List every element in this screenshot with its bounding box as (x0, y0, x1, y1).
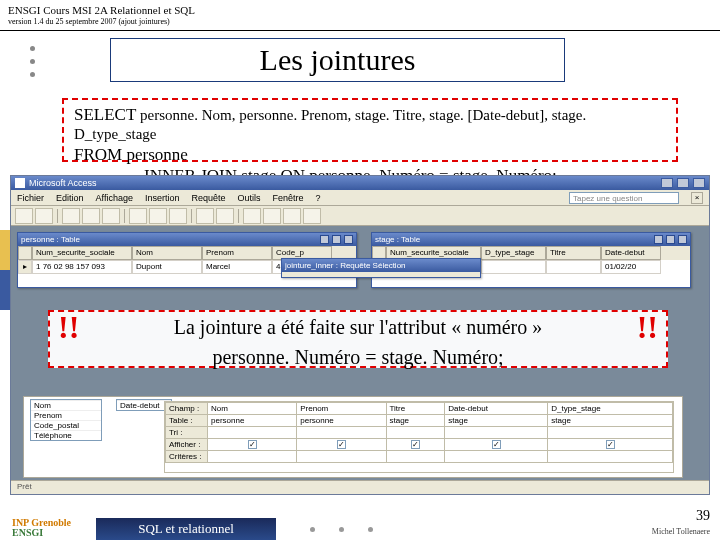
main-title: Les jointures (260, 43, 416, 77)
menu-affichage[interactable]: Affichage (96, 193, 133, 203)
child-min-icon[interactable] (654, 235, 663, 244)
col-header[interactable]: Nom (132, 246, 202, 260)
cell: 1 76 02 98 157 093 (32, 260, 132, 274)
child-max-icon[interactable] (666, 235, 675, 244)
version-line: version 1.4 du 25 septembre 2007 (ajout … (8, 17, 712, 26)
mdi-close-icon[interactable]: × (691, 192, 703, 204)
access-app-icon (15, 178, 25, 188)
cell: Dupont (132, 260, 202, 274)
menu-fenetre[interactable]: Fenêtre (273, 193, 304, 203)
field: Code_postal (31, 420, 101, 430)
toolbar-button[interactable] (169, 208, 187, 224)
main-title-box: Les jointures (110, 38, 565, 82)
toolbar-button[interactable] (283, 208, 301, 224)
col-header[interactable]: Num_securite_sociale (32, 246, 132, 260)
toolbar-button[interactable] (15, 208, 33, 224)
sql-select-cols: personne. Nom, personne. Prenom, stage. … (74, 107, 586, 142)
stage-window-title: stage : Table (375, 235, 420, 244)
footer-bullets (310, 527, 373, 532)
slide-header: ENSGI Cours MSI 2A Relationnel et SQL ve… (0, 0, 720, 31)
col-header[interactable]: D_type_stage (481, 246, 546, 260)
qbe-row-label: Afficher : (166, 439, 208, 451)
query-window-title: jointure_inner : Requête Sélection (285, 261, 406, 270)
show-checkbox[interactable]: ✓ (337, 440, 346, 449)
logo-area: INP Grenoble ENSGI (12, 518, 71, 538)
close-button[interactable] (693, 178, 705, 188)
design-table-box[interactable]: Nom Prenom Code_postal Téléphone (30, 399, 102, 441)
toolbar-button[interactable] (35, 208, 53, 224)
cell (481, 260, 546, 274)
menu-requete[interactable]: Requête (191, 193, 225, 203)
show-checkbox[interactable]: ✓ (492, 440, 501, 449)
toolbar-button[interactable] (62, 208, 80, 224)
toolbar-button[interactable] (102, 208, 120, 224)
show-checkbox[interactable]: ✓ (606, 440, 615, 449)
field: Nom (31, 400, 101, 410)
slide-footer: INP Grenoble ENSGI SQL et relationnel 39… (0, 506, 720, 540)
qbe-cell[interactable]: Prenom (297, 403, 386, 415)
access-toolbar (11, 206, 709, 226)
qbe-grid: Champ : Nom Prenom Titre Date-debut D_ty… (164, 401, 674, 473)
col-header[interactable]: Prenom (202, 246, 272, 260)
show-checkbox[interactable]: ✓ (248, 440, 257, 449)
col-header[interactable]: Titre (546, 246, 601, 260)
qbe-cell[interactable]: Titre (386, 403, 445, 415)
child-close-icon[interactable] (678, 235, 687, 244)
toolbar-button[interactable] (243, 208, 261, 224)
sql-query-box: SELECT personne. Nom, personne. Prenom, … (62, 98, 678, 162)
menu-edition[interactable]: Edition (56, 193, 84, 203)
menu-outils[interactable]: Outils (237, 193, 260, 203)
child-max-icon[interactable] (332, 235, 341, 244)
qbe-cell[interactable]: Date-debut (445, 403, 548, 415)
qbe-row-label: Tri : (166, 427, 208, 439)
menu-help[interactable]: ? (316, 193, 321, 203)
author-name: Michel Tollenaere (652, 527, 710, 536)
sql-from: FROM personne (74, 144, 666, 165)
maximize-button[interactable] (677, 178, 689, 188)
menu-fichier[interactable]: Fichier (17, 193, 44, 203)
query-design-area: Nom Prenom Code_postal Téléphone Date-de… (23, 396, 683, 478)
toolbar-button[interactable] (216, 208, 234, 224)
bang-left: !! (58, 309, 79, 346)
qbe-cell[interactable]: Nom (208, 403, 297, 415)
qbe-cell[interactable]: stage (548, 415, 673, 427)
access-titlebar: Microsoft Access (11, 176, 709, 190)
query-window: jointure_inner : Requête Sélection (281, 258, 481, 278)
help-question-input[interactable]: Tapez une question (569, 192, 679, 204)
left-bullets (30, 38, 35, 85)
field: Téléphone (31, 430, 101, 440)
footer-title: SQL et relationnel (96, 518, 276, 540)
qbe-row-label: Champ : (166, 403, 208, 415)
join-note-line1: La jointure a été faite sur l'attribut «… (85, 316, 630, 339)
qbe-row-label: Critères : (166, 451, 208, 463)
sql-select-kw: SELECT (74, 105, 136, 124)
status-bar: Prêt (11, 480, 709, 494)
page-number: 39 (696, 508, 710, 524)
cell: Marcel (202, 260, 272, 274)
join-note-line2: personne. Numéro = stage. Numéro; (58, 346, 658, 369)
menu-insertion[interactable]: Insertion (145, 193, 180, 203)
cell: 01/02/20 (601, 260, 661, 274)
toolbar-button[interactable] (82, 208, 100, 224)
toolbar-button[interactable] (263, 208, 281, 224)
toolbar-button[interactable] (149, 208, 167, 224)
qbe-cell[interactable]: stage (386, 415, 445, 427)
show-checkbox[interactable]: ✓ (411, 440, 420, 449)
toolbar-button[interactable] (196, 208, 214, 224)
logo-ensgi: ENSGI (12, 527, 43, 538)
personne-window-title: personne : Table (21, 235, 80, 244)
access-menubar: Fichier Edition Affichage Insertion Requ… (11, 190, 709, 206)
status-text: Prêt (17, 482, 32, 491)
minimize-button[interactable] (661, 178, 673, 188)
child-min-icon[interactable] (320, 235, 329, 244)
qbe-cell[interactable]: personne (208, 415, 297, 427)
qbe-cell[interactable]: D_type_stage (548, 403, 673, 415)
qbe-cell[interactable]: stage (445, 415, 548, 427)
toolbar-button[interactable] (129, 208, 147, 224)
qbe-cell[interactable]: personne (297, 415, 386, 427)
join-note-box: !! La jointure a été faite sur l'attribu… (48, 310, 668, 368)
child-close-icon[interactable] (344, 235, 353, 244)
col-header[interactable]: Date-debut (601, 246, 661, 260)
field: Date-debut (117, 400, 171, 410)
toolbar-button[interactable] (303, 208, 321, 224)
